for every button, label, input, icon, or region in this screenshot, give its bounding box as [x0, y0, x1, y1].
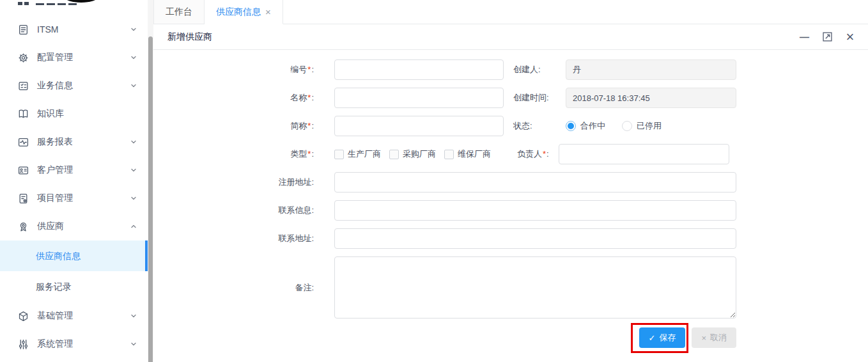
dialog-title: 新增供应商: [167, 31, 212, 43]
maximize-icon: [823, 32, 832, 42]
sidebar-item-service-records[interactable]: 服务记录: [0, 271, 148, 302]
minimize-button[interactable]: —: [798, 31, 810, 43]
main-content: 工作台 供应商信息 × 新增供应商 — × 编号*: 创建人: 名称*: 创: [153, 0, 868, 362]
sidebar: ITSM 配置管理 业务信息 知识库 服务报表 客户管理: [0, 0, 148, 362]
sidebar-item-label: 客户管理: [37, 164, 130, 176]
contact-card-icon: [18, 165, 29, 176]
chevron-down-icon: [130, 312, 137, 320]
radio-label: 合作中: [580, 120, 605, 132]
window-controls: — ×: [798, 31, 856, 43]
required-mark: *: [543, 149, 546, 159]
created-time-input: [566, 88, 736, 108]
chevron-down-icon: [130, 340, 137, 348]
sidebar-item-label: 服务记录: [36, 281, 72, 292]
checkbox-maintenance-vendor[interactable]: [444, 150, 454, 159]
award-badge-icon: [18, 221, 29, 232]
sidebar-item-service-reports[interactable]: 服务报表: [0, 128, 148, 156]
close-button[interactable]: ×: [844, 31, 856, 43]
sidebar-item-customer-mgmt[interactable]: 客户管理: [0, 156, 148, 184]
form-footer: ✓ 保存 × 取消: [153, 327, 736, 348]
sidebar-item-knowledge-base[interactable]: 知识库: [0, 100, 148, 128]
contact-info-input[interactable]: [334, 200, 736, 221]
sidebar-item-basic-mgmt[interactable]: 基础管理: [0, 302, 148, 330]
tab-workbench[interactable]: 工作台: [153, 0, 205, 24]
chevron-down-icon: [130, 138, 137, 146]
sidebar-item-label: 配置管理: [37, 52, 130, 63]
tab-bar: 工作台 供应商信息 ×: [153, 0, 868, 24]
creator-input: [566, 59, 736, 80]
avatar: [65, 0, 98, 3]
created-time-label: 创建时间:: [504, 92, 566, 104]
status-label: 状态:: [504, 120, 566, 132]
dialog-header: 新增供应商 — ×: [153, 24, 868, 50]
registered-address-input[interactable]: [334, 172, 736, 193]
chevron-down-icon: [130, 26, 137, 33]
tab-label: 工作台: [166, 6, 192, 18]
cancel-button[interactable]: × 取消: [692, 327, 736, 348]
gear-icon: [18, 52, 29, 63]
name-input[interactable]: [334, 88, 504, 108]
contact-address-input[interactable]: [334, 228, 736, 249]
chevron-down-icon: [130, 194, 137, 202]
scrollbar-thumb[interactable]: [148, 36, 153, 362]
sidebar-item-label: 项目管理: [37, 193, 130, 204]
remark-textarea[interactable]: [334, 256, 736, 319]
clipped-icon: [24, 2, 29, 5]
contact-info-label: 联系信息:: [153, 205, 334, 216]
save-button[interactable]: ✓ 保存: [639, 327, 686, 348]
required-mark: *: [307, 121, 311, 130]
sidebar-item-suppliers[interactable]: 供应商: [0, 212, 148, 240]
contact-address-label: 联系地址:: [153, 233, 334, 244]
code-input[interactable]: [334, 59, 504, 80]
creator-label: 创建人:: [504, 64, 566, 75]
short-name-input[interactable]: [334, 116, 504, 136]
card-checklist-icon: [18, 81, 29, 91]
sidebar-item-label: 业务信息: [37, 80, 130, 91]
sidebar-item-config-mgmt[interactable]: 配置管理: [0, 43, 148, 72]
tab-label: 供应商信息: [216, 6, 261, 18]
close-tab-icon[interactable]: ×: [265, 7, 271, 17]
required-mark: *: [307, 149, 311, 159]
maximize-button[interactable]: [821, 31, 833, 43]
tab-supplier-info[interactable]: 供应商信息 ×: [205, 0, 283, 24]
clipped-icon: [18, 2, 22, 5]
sidebar-item-label: 基础管理: [37, 310, 130, 322]
checkbox-label: 采购厂商: [403, 148, 436, 160]
cube-icon: [18, 311, 29, 322]
chevron-up-icon: [130, 223, 137, 230]
book-icon: [18, 109, 29, 120]
short-name-label: 简称*:: [153, 120, 334, 132]
sidebar-scrollbar[interactable]: [148, 0, 153, 362]
x-icon: ×: [701, 333, 706, 343]
sidebar-item-label: 供应商: [37, 221, 130, 232]
code-label: 编号*:: [153, 64, 334, 75]
checkbox-production-vendor[interactable]: [334, 150, 344, 159]
radio-disabled[interactable]: [622, 121, 632, 131]
checkbox-label: 生产厂商: [348, 148, 381, 160]
sidebar-item-clipped[interactable]: [0, 0, 148, 6]
remark-label: 备注:: [153, 282, 334, 294]
chevron-down-icon: [130, 82, 137, 90]
sliders-icon: [18, 339, 29, 350]
sidebar-item-label: 知识库: [37, 108, 137, 120]
document-gear-icon: [18, 193, 29, 204]
checkbox-label: 维保厂商: [458, 148, 491, 160]
checkbox-purchase-vendor[interactable]: [389, 150, 399, 159]
sidebar-item-system-mgmt[interactable]: 系统管理: [0, 330, 148, 358]
manager-input[interactable]: [559, 144, 729, 164]
type-label: 类型*:: [153, 148, 334, 160]
sidebar-item-label: 系统管理: [37, 338, 130, 350]
sidebar-item-label: 服务报表: [37, 136, 130, 148]
sidebar-item-business-info[interactable]: 业务信息: [0, 72, 148, 100]
required-mark: *: [307, 65, 311, 74]
sidebar-item-label: ITSM: [37, 24, 130, 35]
chevron-down-icon: [130, 166, 137, 174]
sidebar-item-supplier-info[interactable]: 供应商信息: [0, 240, 148, 271]
chevron-down-icon: [130, 54, 137, 61]
sidebar-item-itsm[interactable]: ITSM: [0, 15, 148, 43]
radio-label: 已停用: [637, 120, 662, 132]
registered-address-label: 注册地址:: [153, 177, 334, 188]
sidebar-item-project-mgmt[interactable]: 项目管理: [0, 184, 148, 212]
manager-label: 负责人*:: [499, 148, 559, 160]
radio-cooperating[interactable]: [566, 121, 576, 131]
